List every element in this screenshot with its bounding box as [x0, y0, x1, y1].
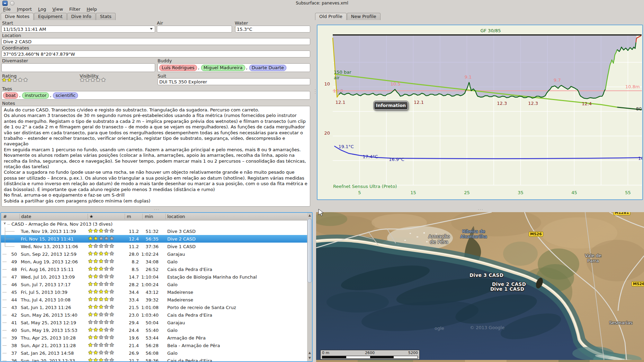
tab-old-profile[interactable]: Old Profile: [315, 13, 347, 20]
dive-list-header[interactable]: #date★mminlocation: [1, 213, 312, 220]
star-filled-icon[interactable]: ★: [88, 342, 93, 348]
collapse-arrow-icon[interactable]: ∨: [3, 221, 6, 225]
star-filled-icon[interactable]: ★: [88, 281, 93, 287]
column-header-min[interactable]: min: [145, 214, 153, 219]
star-empty-icon[interactable]: ★: [109, 349, 114, 356]
star-filled-icon[interactable]: ★: [88, 288, 93, 295]
star-empty-icon[interactable]: ★: [99, 281, 104, 287]
star-filled-icon[interactable]: ★: [88, 304, 93, 310]
menu-filter[interactable]: Filter: [66, 6, 83, 12]
name-pill[interactable]: Luís Rodrigues: [159, 65, 197, 71]
star-empty-icon[interactable]: ★: [109, 357, 114, 362]
divemaster-input[interactable]: [1, 63, 155, 72]
star-filled-icon[interactable]: ★: [93, 265, 98, 272]
star-empty-icon[interactable]: ★: [104, 265, 109, 272]
star-filled-icon[interactable]: ★: [88, 349, 93, 356]
star-empty-icon[interactable]: ★: [104, 258, 109, 264]
chevron-down-icon[interactable]: [150, 28, 153, 30]
star-empty-icon[interactable]: ★: [99, 311, 104, 318]
start-time-input[interactable]: [1, 26, 155, 33]
star-empty-icon[interactable]: ★: [109, 342, 114, 348]
dive-row[interactable]: 39Thu, Apr 25, 2013 10:28★★★★★19.653:44A…: [1, 334, 307, 342]
star-filled-icon[interactable]: ★: [99, 250, 104, 257]
star-empty-icon[interactable]: ★: [109, 281, 114, 287]
star-empty-icon[interactable]: ★: [90, 76, 96, 83]
dive-row[interactable]: 42Sun, May 26, 2013 15:40★★★★★23.01:03:4…: [1, 311, 307, 319]
star-empty-icon[interactable]: ★: [80, 76, 85, 83]
star-filled-icon[interactable]: ★: [88, 334, 93, 341]
star-filled-icon[interactable]: ★: [93, 311, 98, 318]
dive-row[interactable]: 40Sun, May 19, 2013 15:53★★★★★24.455:40G…: [1, 326, 307, 334]
star-filled-icon[interactable]: ★: [88, 243, 93, 249]
star-empty-icon[interactable]: ★: [104, 273, 109, 280]
star-empty-icon[interactable]: ★: [99, 243, 104, 249]
star-filled-icon[interactable]: ★: [88, 326, 93, 333]
star-empty-icon[interactable]: ★: [104, 319, 109, 325]
star-empty-icon[interactable]: ★: [109, 296, 114, 302]
star-empty-icon[interactable]: ★: [109, 319, 114, 325]
column-header-location[interactable]: location: [167, 214, 185, 219]
star-empty-icon[interactable]: ★: [93, 342, 98, 348]
start-time-combo[interactable]: [1, 26, 155, 33]
star-empty-icon[interactable]: ★: [104, 342, 109, 348]
star-empty-icon[interactable]: ★: [104, 357, 109, 362]
dive-row[interactable]: 44Thu, Jul 4, 2013 10:08★★★★★33.439:32Ma…: [1, 296, 307, 304]
star-empty-icon[interactable]: ★: [12, 76, 18, 83]
tags-input[interactable]: boat,instructor,scientific: [1, 91, 310, 100]
star-filled-icon[interactable]: ★: [99, 265, 104, 272]
star-filled-icon[interactable]: ★: [104, 250, 109, 257]
star-filled-icon[interactable]: ★: [93, 227, 98, 234]
star-empty-icon[interactable]: ★: [99, 273, 104, 280]
scroll-up-icon[interactable]: ▲: [307, 213, 312, 218]
rating-stars[interactable]: ★★★★★: [2, 77, 28, 83]
menu-log[interactable]: Log: [35, 6, 49, 12]
star-filled-icon[interactable]: ★: [88, 227, 93, 234]
dive-site-marker[interactable]: Dive 1 CASD: [490, 286, 524, 292]
column-header-date[interactable]: date: [21, 214, 31, 219]
star-filled-icon[interactable]: ★: [99, 258, 104, 264]
visibility-stars[interactable]: ★★★★★: [80, 77, 106, 83]
star-filled-icon[interactable]: ★: [7, 76, 12, 83]
dive-row[interactable]: 49Mon, Aug 19, 2013 12:06★★★★★8.234:08Ga…: [1, 258, 307, 265]
star-filled-icon[interactable]: ★: [88, 273, 93, 280]
information-button[interactable]: Information: [374, 101, 408, 110]
star-empty-icon[interactable]: ★: [104, 243, 109, 249]
star-empty-icon[interactable]: ★: [109, 334, 114, 341]
notes-textarea[interactable]: Aula do curso CASD. Transectos c/video e…: [1, 106, 310, 207]
column-header-stars[interactable]: ★: [89, 214, 93, 219]
star-filled-icon[interactable]: ★: [93, 296, 98, 302]
menu-import[interactable]: Import: [14, 6, 35, 12]
name-pill[interactable]: instructor: [22, 92, 49, 99]
dive-site-map[interactable]: Armação de PêraRibeira de AlcantarilhaVa…: [316, 212, 644, 362]
scrollbar-thumb[interactable]: [307, 219, 312, 283]
star-filled-icon[interactable]: ★: [99, 304, 104, 310]
star-filled-icon[interactable]: ★: [88, 235, 93, 242]
location-input[interactable]: [1, 38, 310, 45]
star-empty-icon[interactable]: ★: [99, 342, 104, 348]
star-empty-icon[interactable]: ★: [109, 311, 114, 318]
star-empty-icon[interactable]: ★: [104, 349, 109, 356]
tab-stats[interactable]: Stats: [96, 13, 116, 20]
dive-row[interactable]: 50Sun, Sep 22, 2013 12:59★★★★★28.01:02:2…: [1, 250, 307, 258]
dive-row[interactable]: 37Sat, Jan 26, 2013 14:58★★★★★26.956:08G…: [1, 349, 307, 357]
star-filled-icon[interactable]: ★: [88, 296, 93, 302]
dive-row[interactable]: Wed, Nov 13, 2013 11:06★★★★★11.237:36Div…: [1, 243, 307, 250]
trip-group-row[interactable]: ∨ CASD - Armação de Pêra, Nov 2013 (3 di…: [1, 220, 307, 227]
star-filled-icon[interactable]: ★: [93, 288, 98, 295]
air-temp-input[interactable]: [157, 26, 232, 33]
star-filled-icon[interactable]: ★: [93, 334, 98, 341]
coordinates-input[interactable]: [1, 51, 310, 57]
star-filled-icon[interactable]: ★: [88, 258, 93, 264]
dive-list-scrollbar[interactable]: ▲ ▲ ▼: [307, 213, 312, 361]
star-empty-icon[interactable]: ★: [104, 304, 109, 310]
star-empty-icon[interactable]: ★: [101, 76, 106, 83]
scroll-down-icon[interactable]: ▼: [307, 355, 312, 361]
dive-row[interactable]: 38Sun, Apr 21, 2013 11:28★★★★★21.456:28B…: [1, 342, 307, 349]
star-empty-icon[interactable]: ★: [109, 304, 114, 310]
star-filled-icon[interactable]: ★: [99, 288, 104, 295]
star-filled-icon[interactable]: ★: [2, 76, 7, 83]
star-filled-icon[interactable]: ★: [93, 258, 98, 264]
star-filled-icon[interactable]: ★: [99, 227, 104, 234]
dive-site-marker[interactable]: Dive 3 CASD: [469, 272, 503, 278]
star-filled-icon[interactable]: ★: [104, 288, 109, 295]
